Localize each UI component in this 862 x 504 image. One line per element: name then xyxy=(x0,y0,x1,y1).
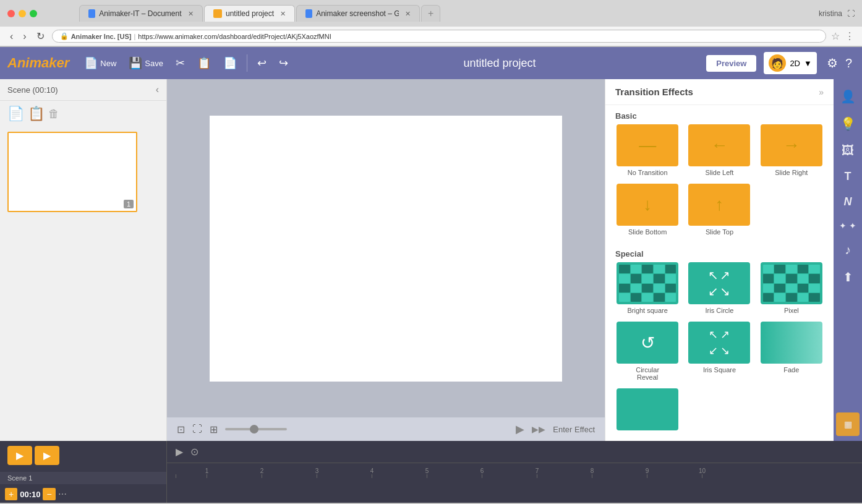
slide-bottom-thumb xyxy=(617,184,678,226)
play-scene-btn[interactable]: ▶ xyxy=(516,422,524,436)
play-all-btn[interactable]: ▶▶ xyxy=(532,424,545,434)
tl-circle-btn[interactable]: ⊙ xyxy=(189,445,200,459)
expand-icon[interactable]: » xyxy=(819,87,824,97)
preview-button[interactable]: Preview xyxy=(706,55,756,72)
fit-screen-btn[interactable]: ⊡ xyxy=(177,424,185,435)
effect-iris-square[interactable]: ↖↗ ↙↘ Iris Square xyxy=(687,322,751,381)
sidebar-image-btn[interactable]: 🖼 xyxy=(837,139,859,163)
window-min-btn[interactable] xyxy=(19,10,26,17)
no-transition-thumb xyxy=(617,124,678,166)
nav-refresh[interactable]: ↻ xyxy=(34,29,47,43)
copy-button[interactable]: 📋 xyxy=(192,54,216,72)
app: Animaker 📄 New 💾 Save ✂ 📋 📄 ↩ ↪ untitled… xyxy=(0,47,862,503)
new-button[interactable]: 📄 New xyxy=(79,54,121,72)
timeline-area: ▶ ▶ Scene 1 + 00:10 − ⋯ ▶ ⊙ 1 2 xyxy=(0,441,862,503)
ruler-tick-8: 8 xyxy=(565,468,620,478)
effect-iris-circle[interactable]: ↖↗ ↙↘ Iris Circle xyxy=(687,262,751,314)
window-close-btn[interactable] xyxy=(7,10,15,17)
browser-tab-1[interactable]: Animaker-IT – Documenti Go... ✕ xyxy=(79,5,203,22)
sidebar-character-btn[interactable]: 👤 xyxy=(835,84,861,109)
scenes-title: Scene (00:10) xyxy=(7,85,58,95)
effect-bright-square[interactable]: Bright square xyxy=(615,262,680,314)
pixel-label: Pixel xyxy=(784,307,799,314)
ruler-tick-10: 10 xyxy=(675,468,730,478)
scene-thumbnail[interactable]: 1 xyxy=(7,132,137,212)
scenes-collapse-btn[interactable]: ‹ xyxy=(156,84,159,95)
extra-thumb xyxy=(617,388,678,430)
circular-reveal-thumb: ↺ xyxy=(617,322,678,364)
duplicate-scene-btn[interactable]: 📋 xyxy=(28,106,45,122)
enter-effect-btn[interactable]: Enter Effect xyxy=(553,425,595,434)
browser-title-bar: Animaker-IT – Documenti Go... ✕ untitled… xyxy=(0,0,862,27)
sidebar-upload-btn[interactable]: ⬆ xyxy=(838,265,858,289)
ruler-tick-5: 5 xyxy=(399,468,454,478)
sidebar-text-btn[interactable]: T xyxy=(840,165,856,188)
time-sub-btn[interactable]: − xyxy=(43,488,55,500)
tab-close-3[interactable]: ✕ xyxy=(405,10,411,18)
window-max-btn[interactable] xyxy=(30,10,37,17)
tab-close-2[interactable]: ✕ xyxy=(280,10,286,18)
effect-fade[interactable]: Fade xyxy=(759,322,824,381)
effect-pixel[interactable]: Pixel xyxy=(759,262,824,314)
more-effects-grid xyxy=(605,388,834,440)
browser-tab-3[interactable]: Animaker screenshot – Googl... ✕ xyxy=(296,5,420,22)
copy-icon: 📋 xyxy=(197,56,211,70)
effect-no-transition[interactable]: No Transition xyxy=(615,124,680,176)
avatar: 🧑 xyxy=(769,54,786,72)
time-add-btn[interactable]: + xyxy=(5,488,17,500)
main-layout: Scene (00:10) ‹ 📄 📋 🗑 1 ⊡ ⛶ ⊞ xyxy=(0,79,862,441)
timeline-icons: ▶ ⊙ xyxy=(167,441,862,463)
sidebar-n-btn[interactable]: N xyxy=(839,190,857,213)
sidebar-lightbulb-btn[interactable]: 💡 xyxy=(835,111,861,136)
browser-chrome: Animaker-IT – Documenti Go... ✕ untitled… xyxy=(0,0,862,47)
effect-slide-top[interactable]: Slide Top xyxy=(687,184,751,236)
bookmark-icon[interactable]: ☆ xyxy=(831,30,840,42)
new-tab-btn[interactable]: + xyxy=(421,5,440,22)
toolbar: Animaker 📄 New 💾 Save ✂ 📋 📄 ↩ ↪ untitled… xyxy=(0,47,862,79)
sidebar-active-effect-btn[interactable]: ▦ xyxy=(836,412,860,436)
save-button[interactable]: 💾 Save xyxy=(124,54,168,72)
effect-slide-right[interactable]: Slide Right xyxy=(759,124,824,176)
nav-back[interactable]: ‹ xyxy=(7,30,15,43)
undo-button[interactable]: ↩ xyxy=(252,54,271,72)
browser-tab-2[interactable]: untitled project ✕ xyxy=(204,5,295,22)
tab-close-1[interactable]: ✕ xyxy=(188,10,194,18)
add-scene-btn[interactable]: 📄 xyxy=(7,106,24,122)
canvas-controls: ⊡ ⛶ ⊞ ▶ ▶▶ Enter Effect xyxy=(167,417,605,441)
zoom-slider[interactable] xyxy=(225,428,508,430)
redo-button[interactable]: ↪ xyxy=(274,54,293,72)
effect-slide-left[interactable]: Slide Left xyxy=(687,124,751,176)
right-sidebar: 👤 💡 🖼 T N ✦ ✦ ♪ ⬆ ▦ xyxy=(834,79,862,441)
grid-btn[interactable]: ⊞ xyxy=(210,424,218,435)
sidebar-music-btn[interactable]: ♪ xyxy=(840,238,856,262)
effect-circular-reveal[interactable]: ↺ CircularReveal xyxy=(615,322,680,381)
effect-extra[interactable] xyxy=(615,388,680,433)
help-icon[interactable]: ? xyxy=(843,54,855,73)
delete-scene-btn[interactable]: 🗑 xyxy=(48,106,59,122)
nav-forward[interactable]: › xyxy=(20,30,28,43)
scenes-panel: Scene (00:10) ‹ 📄 📋 🗑 1 xyxy=(0,79,167,441)
play-scene-btn-timeline[interactable]: ▶ xyxy=(7,446,32,465)
canvas[interactable] xyxy=(210,116,562,382)
dash-icon xyxy=(639,135,656,155)
paste-icon: 📄 xyxy=(223,56,237,70)
fullscreen-btn[interactable]: ⛶ xyxy=(192,424,202,435)
scene-options-btn[interactable]: ⋯ xyxy=(58,489,67,499)
sidebar-effects-btn[interactable]: ✦ ✦ xyxy=(834,216,861,236)
settings-icon[interactable]: ⚙ xyxy=(824,53,840,73)
scene-number: 1 xyxy=(124,200,134,208)
paste-button[interactable]: 📄 xyxy=(218,54,242,72)
redo-icon: ↪ xyxy=(279,56,288,70)
iris-sq-arrows: ↖↗ ↙↘ xyxy=(709,328,730,357)
zoom-thumb[interactable] xyxy=(250,425,258,434)
cut-button[interactable]: ✂ xyxy=(171,54,190,72)
tl-playhead-btn[interactable]: ▶ xyxy=(174,445,184,459)
address-input[interactable]: 🔒 Animaker Inc. [US] | https://www.anima… xyxy=(52,30,826,43)
special-effects-grid: Bright square ↖↗ ↙↘ Iris Circle xyxy=(605,262,834,388)
iris-square-thumb: ↖↗ ↙↘ xyxy=(688,322,750,364)
effect-slide-bottom[interactable]: Slide Bottom xyxy=(615,184,680,236)
menu-icon[interactable]: ⋮ xyxy=(845,30,855,42)
mode-select[interactable]: 🧑 2D ▼ xyxy=(764,52,817,74)
project-title: untitled project xyxy=(296,57,704,70)
play-all-btn-timeline[interactable]: ▶ xyxy=(35,446,59,465)
